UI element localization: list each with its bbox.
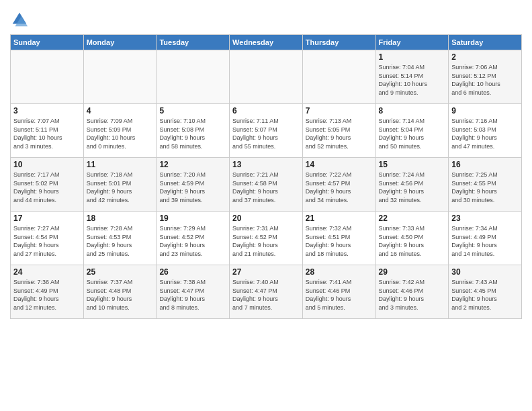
calendar-cell: 3Sunrise: 7:07 AM Sunset: 5:11 PM Daylig… (11, 104, 84, 158)
calendar-cell: 29Sunrise: 7:42 AM Sunset: 4:46 PM Dayli… (375, 265, 449, 319)
header (10, 7, 522, 29)
day-info: Sunrise: 7:31 AM Sunset: 4:52 PM Dayligh… (232, 224, 300, 258)
calendar-cell: 5Sunrise: 7:10 AM Sunset: 5:08 PM Daylig… (157, 104, 230, 158)
calendar-cell: 24Sunrise: 7:36 AM Sunset: 4:49 PM Dayli… (11, 265, 84, 319)
week-row-1: 3Sunrise: 7:07 AM Sunset: 5:11 PM Daylig… (11, 104, 522, 158)
calendar-cell: 10Sunrise: 7:17 AM Sunset: 5:02 PM Dayli… (11, 158, 84, 212)
calendar-cell: 25Sunrise: 7:37 AM Sunset: 4:48 PM Dayli… (83, 265, 157, 319)
day-number: 9 (451, 106, 519, 116)
calendar-cell: 30Sunrise: 7:43 AM Sunset: 4:45 PM Dayli… (449, 265, 522, 319)
calendar-cell: 22Sunrise: 7:33 AM Sunset: 4:50 PM Dayli… (375, 212, 449, 265)
day-info: Sunrise: 7:21 AM Sunset: 4:58 PM Dayligh… (232, 171, 300, 204)
day-info: Sunrise: 7:43 AM Sunset: 4:45 PM Dayligh… (451, 278, 519, 312)
weekday-header-wednesday: Wednesday (230, 35, 303, 50)
calendar-cell (302, 50, 375, 104)
day-number: 15 (379, 160, 446, 169)
day-info: Sunrise: 7:17 AM Sunset: 5:02 PM Dayligh… (13, 171, 81, 204)
day-info: Sunrise: 7:42 AM Sunset: 4:46 PM Dayligh… (379, 278, 446, 312)
weekday-header-sunday: Sunday (11, 35, 84, 50)
day-number: 26 (159, 267, 226, 277)
calendar-cell: 21Sunrise: 7:32 AM Sunset: 4:51 PM Dayli… (302, 212, 375, 265)
calendar-cell: 2Sunrise: 7:06 AM Sunset: 5:12 PM Daylig… (449, 50, 522, 104)
day-number: 13 (232, 160, 300, 169)
day-number: 19 (159, 214, 226, 223)
weekday-header-tuesday: Tuesday (157, 35, 230, 50)
day-info: Sunrise: 7:13 AM Sunset: 5:05 PM Dayligh… (306, 117, 373, 150)
day-number: 23 (451, 214, 519, 223)
day-number: 11 (87, 160, 154, 169)
weekday-header-thursday: Thursday (302, 35, 375, 50)
calendar-cell: 13Sunrise: 7:21 AM Sunset: 4:58 PM Dayli… (230, 158, 303, 212)
weekday-header-saturday: Saturday (449, 35, 522, 50)
day-number: 30 (451, 267, 519, 277)
calendar-cell: 4Sunrise: 7:09 AM Sunset: 5:09 PM Daylig… (83, 104, 157, 158)
day-info: Sunrise: 7:25 AM Sunset: 4:55 PM Dayligh… (451, 171, 519, 204)
day-info: Sunrise: 7:16 AM Sunset: 5:03 PM Dayligh… (451, 117, 519, 150)
calendar-cell: 26Sunrise: 7:38 AM Sunset: 4:47 PM Dayli… (157, 265, 230, 319)
day-number: 14 (306, 160, 373, 169)
week-row-4: 24Sunrise: 7:36 AM Sunset: 4:49 PM Dayli… (11, 265, 522, 319)
day-number: 2 (451, 52, 519, 62)
day-info: Sunrise: 7:36 AM Sunset: 4:49 PM Dayligh… (13, 278, 81, 312)
calendar-cell: 27Sunrise: 7:40 AM Sunset: 4:47 PM Dayli… (230, 265, 303, 319)
day-number: 16 (451, 160, 519, 169)
day-info: Sunrise: 7:41 AM Sunset: 4:46 PM Dayligh… (306, 278, 373, 312)
calendar-cell: 14Sunrise: 7:22 AM Sunset: 4:57 PM Dayli… (302, 158, 375, 212)
day-info: Sunrise: 7:06 AM Sunset: 5:12 PM Dayligh… (451, 63, 519, 97)
day-info: Sunrise: 7:11 AM Sunset: 5:07 PM Dayligh… (232, 117, 300, 150)
calendar-cell: 16Sunrise: 7:25 AM Sunset: 4:55 PM Dayli… (449, 158, 522, 212)
weekday-header-monday: Monday (83, 35, 157, 50)
day-info: Sunrise: 7:33 AM Sunset: 4:50 PM Dayligh… (379, 224, 446, 258)
calendar-cell: 17Sunrise: 7:27 AM Sunset: 4:54 PM Dayli… (11, 212, 84, 265)
calendar-cell: 8Sunrise: 7:14 AM Sunset: 5:04 PM Daylig… (375, 104, 449, 158)
day-number: 24 (13, 267, 81, 277)
weekday-header-friday: Friday (375, 35, 449, 50)
calendar-cell: 7Sunrise: 7:13 AM Sunset: 5:05 PM Daylig… (302, 104, 375, 158)
day-info: Sunrise: 7:22 AM Sunset: 4:57 PM Dayligh… (306, 171, 373, 204)
calendar-cell: 20Sunrise: 7:31 AM Sunset: 4:52 PM Dayli… (230, 212, 303, 265)
day-info: Sunrise: 7:20 AM Sunset: 4:59 PM Dayligh… (159, 171, 226, 204)
day-number: 3 (13, 106, 81, 116)
day-number: 18 (87, 214, 154, 223)
calendar-cell: 9Sunrise: 7:16 AM Sunset: 5:03 PM Daylig… (449, 104, 522, 158)
day-info: Sunrise: 7:10 AM Sunset: 5:08 PM Dayligh… (159, 117, 226, 150)
day-info: Sunrise: 7:34 AM Sunset: 4:49 PM Dayligh… (451, 224, 519, 258)
calendar-cell: 23Sunrise: 7:34 AM Sunset: 4:49 PM Dayli… (449, 212, 522, 265)
day-info: Sunrise: 7:09 AM Sunset: 5:09 PM Dayligh… (87, 117, 154, 150)
day-number: 6 (232, 106, 300, 116)
calendar-cell: 12Sunrise: 7:20 AM Sunset: 4:59 PM Dayli… (157, 158, 230, 212)
day-number: 29 (379, 267, 446, 277)
calendar-cell: 19Sunrise: 7:29 AM Sunset: 4:52 PM Dayli… (157, 212, 230, 265)
week-row-3: 17Sunrise: 7:27 AM Sunset: 4:54 PM Dayli… (11, 212, 522, 265)
calendar-table: SundayMondayTuesdayWednesdayThursdayFrid… (10, 34, 522, 319)
day-info: Sunrise: 7:38 AM Sunset: 4:47 PM Dayligh… (159, 278, 226, 312)
day-number: 17 (13, 214, 81, 223)
day-info: Sunrise: 7:07 AM Sunset: 5:11 PM Dayligh… (13, 117, 81, 150)
logo (10, 10, 30, 29)
day-number: 8 (379, 106, 446, 116)
calendar-cell (157, 50, 230, 104)
logo-icon (10, 10, 29, 29)
day-info: Sunrise: 7:24 AM Sunset: 4:56 PM Dayligh… (379, 171, 446, 204)
day-number: 7 (306, 106, 373, 116)
calendar-cell: 6Sunrise: 7:11 AM Sunset: 5:07 PM Daylig… (230, 104, 303, 158)
weekday-header-row: SundayMondayTuesdayWednesdayThursdayFrid… (11, 35, 522, 50)
day-info: Sunrise: 7:18 AM Sunset: 5:01 PM Dayligh… (87, 171, 154, 204)
calendar-cell: 11Sunrise: 7:18 AM Sunset: 5:01 PM Dayli… (83, 158, 157, 212)
week-row-2: 10Sunrise: 7:17 AM Sunset: 5:02 PM Dayli… (11, 158, 522, 212)
day-info: Sunrise: 7:27 AM Sunset: 4:54 PM Dayligh… (13, 224, 81, 258)
day-number: 25 (87, 267, 154, 277)
day-number: 27 (232, 267, 300, 277)
day-number: 10 (13, 160, 81, 169)
day-number: 12 (159, 160, 226, 169)
day-number: 4 (87, 106, 154, 116)
calendar-cell: 28Sunrise: 7:41 AM Sunset: 4:46 PM Dayli… (302, 265, 375, 319)
day-number: 5 (159, 106, 226, 116)
calendar-cell: 15Sunrise: 7:24 AM Sunset: 4:56 PM Dayli… (375, 158, 449, 212)
calendar-cell: 1Sunrise: 7:04 AM Sunset: 5:14 PM Daylig… (375, 50, 449, 104)
day-info: Sunrise: 7:28 AM Sunset: 4:53 PM Dayligh… (87, 224, 154, 258)
day-info: Sunrise: 7:29 AM Sunset: 4:52 PM Dayligh… (159, 224, 226, 258)
calendar-cell (230, 50, 303, 104)
day-info: Sunrise: 7:14 AM Sunset: 5:04 PM Dayligh… (379, 117, 446, 150)
calendar-cell: 18Sunrise: 7:28 AM Sunset: 4:53 PM Dayli… (83, 212, 157, 265)
